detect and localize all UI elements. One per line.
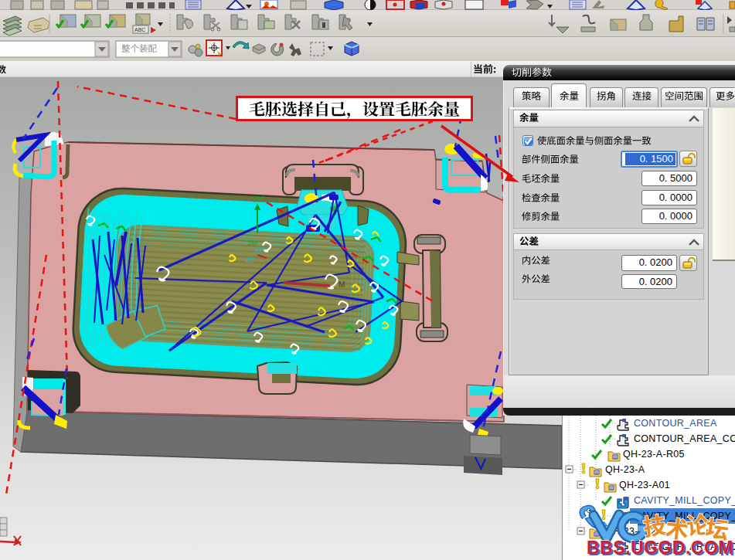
- svg-text:XC: XC: [255, 247, 265, 255]
- svg-text:ABC: ABC: [134, 27, 145, 32]
- svg-text:ZC: ZC: [246, 256, 255, 264]
- svg-text:ZM: ZM: [247, 239, 257, 247]
- svg-text:M: M: [339, 280, 345, 289]
- svg-text:YM: YM: [252, 195, 265, 204]
